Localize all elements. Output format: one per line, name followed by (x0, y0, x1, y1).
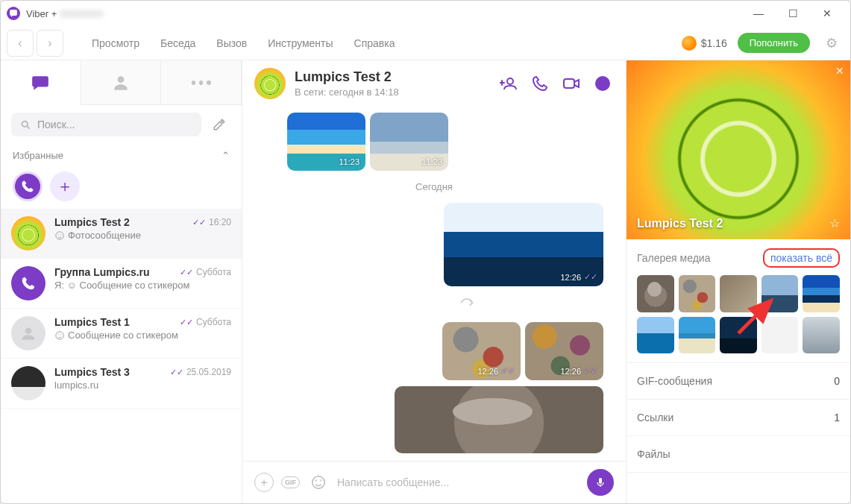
chat-item[interactable]: Группа Lumpics.ru✓✓Суббота Я: ☺ Сообщени… (1, 259, 242, 309)
search-input[interactable]: Поиск... (11, 113, 201, 136)
svg-point-1 (40, 80, 42, 82)
media-thumb[interactable] (637, 317, 674, 354)
media-thumb[interactable] (679, 275, 716, 312)
favorites-header[interactable]: Избранные ⌃ (1, 144, 242, 167)
compose-button[interactable] (207, 113, 231, 136)
topup-button[interactable]: Пополнить (738, 33, 810, 53)
svg-rect-14 (564, 79, 574, 88)
svg-point-2 (43, 80, 45, 82)
chat-subtitle: Фотосообщение (68, 230, 141, 241)
svg-rect-16 (602, 82, 603, 87)
message-input[interactable] (337, 476, 580, 488)
msg-time: 11:23 (421, 157, 442, 166)
image-message[interactable]: 12:26✓✓ (442, 322, 521, 380)
chat-name: Lumpics Test 2 (54, 216, 130, 228)
gallery-label: Галерея медиа (637, 252, 710, 264)
menu-help[interactable]: Справка (345, 33, 404, 54)
search-placeholder: Поиск... (37, 119, 75, 130)
image-message[interactable]: 12:26✓✓ (525, 322, 603, 380)
menu-tools[interactable]: Инструменты (259, 33, 342, 54)
svg-point-13 (507, 78, 513, 84)
messages[interactable]: 11:23 11:23 Сегодня 12:26✓✓ 12:26✓✓ 12:2… (242, 107, 626, 461)
phone-number-blurred: 00000000 (60, 8, 103, 19)
msg-time: 12:26 (477, 367, 498, 376)
show-all-link[interactable]: показать всё (763, 248, 840, 268)
balance-value: $1.16 (701, 37, 727, 49)
profile-image[interactable] (627, 60, 850, 239)
tab-more[interactable] (161, 60, 242, 105)
svg-point-17 (602, 79, 604, 81)
info-row-gif[interactable]: GIF-сообщения0 (627, 363, 850, 400)
mic-button[interactable] (587, 469, 614, 496)
avatar (11, 216, 45, 251)
nav-back-button[interactable]: ‹ (7, 30, 34, 57)
media-thumb[interactable] (803, 275, 840, 312)
window-maximize-button[interactable]: ☐ (776, 2, 810, 25)
share-icon[interactable] (457, 295, 477, 313)
chat-time: Суббота (196, 267, 231, 277)
image-message[interactable]: 11:23 (287, 113, 365, 171)
media-grid (637, 275, 840, 353)
nav-forward-button[interactable]: › (37, 30, 63, 57)
svg-point-8 (60, 234, 61, 235)
window-minimize-button[interactable]: — (741, 2, 776, 25)
checks-icon: ✓✓ (170, 368, 183, 377)
dots-icon (192, 73, 211, 92)
favorites-label: Избранные (13, 150, 63, 161)
media-thumb[interactable] (720, 317, 757, 354)
chat-item[interactable]: Lumpics Test 1✓✓Суббота Сообщение со сти… (1, 309, 242, 359)
info-row-links[interactable]: Ссылки1 (627, 400, 850, 436)
menu-view[interactable]: Просмотр (83, 33, 148, 54)
media-thumb[interactable] (637, 275, 674, 312)
titlebar: Viber + 00000000 — ☐ ✕ (1, 1, 850, 26)
image-message[interactable] (395, 386, 603, 453)
coin-icon (682, 36, 697, 51)
row-value: 0 (834, 375, 840, 387)
media-thumb[interactable] (679, 317, 716, 354)
favorite-star-icon[interactable]: ☆ (829, 216, 840, 230)
media-thumb[interactable] (720, 275, 757, 312)
menu-chat[interactable]: Беседа (151, 33, 204, 54)
svg-point-7 (58, 234, 59, 235)
window-close-button[interactable]: ✕ (810, 2, 844, 25)
media-thumb[interactable] (761, 275, 799, 312)
info-row-files[interactable]: Файлы (627, 436, 850, 473)
chat-item[interactable]: Lumpics Test 2✓✓16:20 Фотосообщение (1, 209, 242, 259)
gif-button[interactable]: GIF (281, 476, 300, 488)
info-icon[interactable] (591, 72, 614, 95)
image-message[interactable]: 11:23 (370, 113, 448, 171)
svg-point-10 (56, 331, 64, 339)
checks-icon: ✓✓ (584, 272, 597, 282)
chat-name: Lumpics Test 1 (54, 316, 130, 328)
chat-subtitle: Я: ☺ Сообщение со стикером (54, 280, 190, 291)
chat-item[interactable]: Lumpics Test 3✓✓25.05.2019 lumpics.ru (1, 359, 242, 409)
balance[interactable]: $1.16 (682, 36, 727, 51)
menu-call[interactable]: Вызов (207, 33, 256, 54)
close-panel-icon[interactable]: ✕ (835, 65, 844, 77)
tab-contacts[interactable] (81, 60, 162, 105)
smiley-icon (54, 230, 65, 241)
svg-point-4 (22, 121, 28, 127)
pinned-viber[interactable] (13, 171, 43, 201)
svg-point-6 (56, 231, 64, 239)
media-thumb[interactable] (803, 317, 840, 354)
chat-subtitle: lumpics.ru (54, 379, 98, 391)
chat-time: 25.05.2019 (186, 367, 231, 377)
checks-icon: ✓✓ (192, 218, 206, 227)
voice-call-icon[interactable] (529, 72, 551, 95)
chat-avatar[interactable] (254, 68, 286, 99)
chat-list: Lumpics Test 2✓✓16:20 Фотосообщение Груп… (1, 209, 242, 503)
sticker-button[interactable] (307, 471, 330, 494)
row-label: Файлы (637, 448, 670, 460)
svg-point-12 (60, 334, 61, 335)
image-message[interactable]: 12:26✓✓ (444, 203, 603, 286)
tab-chats[interactable] (1, 60, 81, 105)
pinned-add-button[interactable]: ＋ (50, 171, 80, 201)
media-thumb[interactable] (761, 317, 799, 354)
add-participant-icon[interactable] (497, 72, 520, 95)
attach-button[interactable]: ＋ (254, 473, 274, 492)
settings-gear-icon[interactable]: ⚙ (819, 31, 844, 56)
row-label: Ссылки (637, 412, 673, 423)
chat-name: Группа Lumpics.ru (54, 266, 150, 278)
video-call-icon[interactable] (560, 72, 582, 95)
